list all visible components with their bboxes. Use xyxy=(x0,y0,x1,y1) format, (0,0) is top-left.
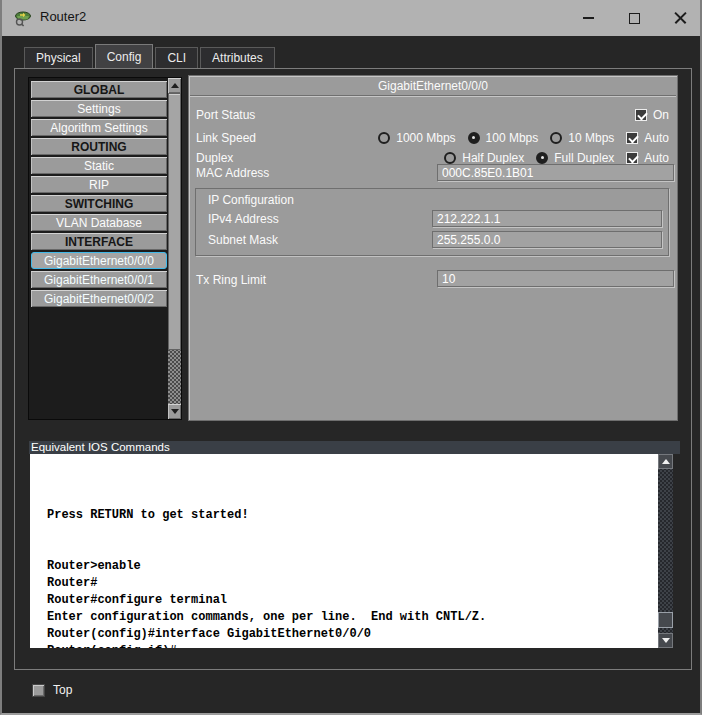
ip-configuration-label: IP Configuration xyxy=(208,193,294,207)
close-icon xyxy=(674,12,687,25)
ios-terminal-output: Press RETURN to get started! Router>enab… xyxy=(30,454,658,648)
sidebar-item-interface[interactable]: INTERFACE xyxy=(31,233,167,250)
tx-ring-limit-label: Tx Ring Limit xyxy=(196,273,266,287)
full-duplex-label: Full Duplex xyxy=(554,151,614,165)
speed-10mbps-label: 10 Mbps xyxy=(568,131,614,145)
sidebar-item-vlan-database[interactable]: VLAN Database xyxy=(31,214,167,231)
tx-ring-limit-input[interactable] xyxy=(437,270,674,287)
window-title: Router2 xyxy=(40,9,86,24)
arrow-up-icon xyxy=(662,459,670,464)
terminal-text: Press RETURN to get started! Router>enab… xyxy=(30,454,658,648)
duplex-auto-checkbox[interactable] xyxy=(626,152,638,164)
router-config-window: Router2 Physical Config CLI Attributes G… xyxy=(0,0,702,715)
link-speed-row: Link Speed 1000 Mbps 100 Mbps 10 Mbps Au… xyxy=(196,129,669,146)
ipv4-address-label: IPv4 Address xyxy=(208,212,279,226)
half-duplex-radio[interactable] xyxy=(444,152,456,164)
terminal-scrollbar[interactable] xyxy=(658,454,673,648)
port-status-on-label: On xyxy=(653,108,669,122)
interface-config-panel: GigabitEthernet0/0/0 Port Status On Link… xyxy=(188,75,678,421)
terminal-scroll-up-button[interactable] xyxy=(658,454,673,469)
ios-commands-header: Equivalent IOS Commands xyxy=(29,441,680,454)
sidebar-scroll-track[interactable] xyxy=(168,93,181,404)
terminal-scroll-down-button[interactable] xyxy=(658,633,673,648)
minimize-icon xyxy=(583,17,594,19)
sidebar-item-gigabitethernet0-0-2[interactable]: GigabitEthernet0/0/2 xyxy=(31,290,167,307)
mac-address-label: MAC Address xyxy=(196,166,269,180)
tab-attributes[interactable]: Attributes xyxy=(200,47,275,68)
tab-config[interactable]: Config xyxy=(95,44,154,68)
link-speed-label: Link Speed xyxy=(196,131,256,145)
tab-physical[interactable]: Physical xyxy=(24,47,93,68)
sidebar-item-rip[interactable]: RIP xyxy=(31,176,167,193)
sidebar-item-gigabitethernet0-0-0[interactable]: GigabitEthernet0/0/0 xyxy=(31,252,167,269)
port-status-checkbox[interactable] xyxy=(635,109,647,121)
sidebar-item-routing[interactable]: ROUTING xyxy=(31,138,167,155)
top-checkbox-label: Top xyxy=(53,683,72,697)
sidebar-item-switching[interactable]: SWITCHING xyxy=(31,195,167,212)
sidebar-scroll-down-button[interactable] xyxy=(168,404,181,419)
speed-1000mbps-label: 1000 Mbps xyxy=(396,131,455,145)
sidebar-buttons: GLOBAL Settings Algorithm Settings ROUTI… xyxy=(29,78,168,419)
speed-100mbps-radio[interactable] xyxy=(468,132,480,144)
duplex-label: Duplex xyxy=(196,151,233,165)
sidebar-item-global[interactable]: GLOBAL xyxy=(31,81,167,98)
sidebar-scrollbar[interactable] xyxy=(168,78,181,419)
full-duplex-radio[interactable] xyxy=(536,152,548,164)
router-icon xyxy=(14,9,32,27)
subnet-mask-input[interactable] xyxy=(432,231,662,248)
tab-cli[interactable]: CLI xyxy=(155,47,198,68)
tab-bar: Physical Config CLI Attributes xyxy=(24,44,277,68)
speed-auto-label: Auto xyxy=(644,131,669,145)
duplex-auto-label: Auto xyxy=(644,151,669,165)
minimize-button[interactable] xyxy=(565,0,611,36)
speed-auto-checkbox[interactable] xyxy=(626,132,638,144)
close-button[interactable] xyxy=(657,0,702,36)
sidebar-item-settings[interactable]: Settings xyxy=(31,100,167,117)
speed-100mbps-label: 100 Mbps xyxy=(486,131,539,145)
maximize-icon xyxy=(629,13,640,24)
footer: Top xyxy=(32,683,72,697)
half-duplex-label: Half Duplex xyxy=(462,151,524,165)
port-status-label: Port Status xyxy=(196,108,255,122)
sidebar-item-gigabitethernet0-0-1[interactable]: GigabitEthernet0/0/1 xyxy=(31,271,167,288)
port-status-row: Port Status On xyxy=(196,106,669,123)
interface-title: GigabitEthernet0/0/0 xyxy=(190,77,676,96)
speed-10mbps-radio[interactable] xyxy=(550,132,562,144)
config-sidebar: GLOBAL Settings Algorithm Settings ROUTI… xyxy=(28,77,182,420)
mac-address-input[interactable] xyxy=(437,164,674,181)
ipv4-address-input[interactable] xyxy=(432,210,662,227)
ip-configuration-group: IP Configuration IPv4 Address Subnet Mas… xyxy=(195,188,669,256)
subnet-mask-label: Subnet Mask xyxy=(208,233,278,247)
arrow-down-icon xyxy=(662,638,670,643)
titlebar: Router2 xyxy=(0,0,702,36)
top-checkbox[interactable] xyxy=(32,684,45,697)
speed-1000mbps-radio[interactable] xyxy=(378,132,390,144)
arrow-up-icon xyxy=(171,83,179,88)
sidebar-item-algorithm-settings[interactable]: Algorithm Settings xyxy=(31,119,167,136)
maximize-button[interactable] xyxy=(611,0,657,36)
terminal-scroll-thumb[interactable] xyxy=(658,612,673,628)
sidebar-item-static[interactable]: Static xyxy=(31,157,167,174)
sidebar-scroll-thumb[interactable] xyxy=(168,93,181,350)
sidebar-scroll-up-button[interactable] xyxy=(168,78,181,93)
arrow-down-icon xyxy=(171,409,179,414)
